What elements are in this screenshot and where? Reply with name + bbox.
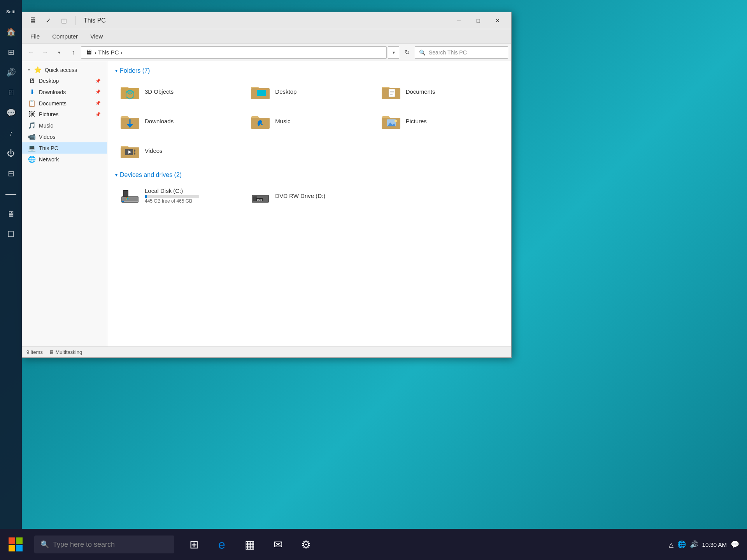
- folders-grid: 3D Objects Desktop: [115, 80, 503, 162]
- taskbar-search[interactable]: 🔍 Type here to search: [34, 536, 174, 553]
- folder-videos-name: Videos: [145, 147, 163, 154]
- taskbar: 🔍 Type here to search ⊞ e ▦ ✉ ⚙ △ 🌐 🔊 10…: [0, 529, 747, 560]
- nav-videos[interactable]: 📹 Videos: [22, 131, 107, 142]
- refresh-button[interactable]: ↻: [401, 46, 413, 59]
- nav-quick-access-header[interactable]: ▾ ⭐ Quick access: [22, 64, 107, 75]
- settings-display-icon[interactable]: 🖥: [2, 83, 20, 102]
- nav-panel: ▾ ⭐ Quick access 🖥 Desktop 📌 ⬇ Downloads…: [22, 61, 107, 346]
- title-icon-2[interactable]: ✓: [41, 14, 55, 27]
- folder-downloads[interactable]: Downloads: [115, 109, 242, 133]
- drive-c[interactable]: Local Disk (C:) 445 GB free of 465 GB: [115, 184, 242, 207]
- title-bar: 🖥 ✓ ◻ This PC ─ □ ✕: [22, 12, 511, 29]
- svg-rect-31: [126, 197, 127, 198]
- nav-desktop[interactable]: 🖥 Desktop 📌: [22, 75, 107, 86]
- taskbar-right: △ 🌐 🔊 10:30 AM 💬: [669, 540, 747, 549]
- quick-access-label: Quick access: [45, 67, 77, 73]
- back-button[interactable]: ←: [25, 46, 37, 59]
- nav-this-pc[interactable]: 💻 This PC: [22, 142, 107, 154]
- maximize-button[interactable]: □: [468, 12, 488, 29]
- folder-downloads-icon: [120, 112, 140, 130]
- svg-point-16: [261, 124, 263, 125]
- nav-documents[interactable]: 📋 Documents 📌: [22, 98, 107, 109]
- settings-power-icon[interactable]: ⏻: [2, 144, 20, 163]
- windows-logo: [9, 537, 23, 551]
- nav-documents-label: Documents: [39, 100, 67, 107]
- folder-3d-objects[interactable]: 3D Objects: [115, 80, 242, 103]
- address-path[interactable]: 🖥 › This PC ›: [81, 46, 387, 59]
- drives-section-title[interactable]: ▾ Devices and drives (2): [115, 172, 503, 178]
- drive-d-icon: DVD: [250, 187, 270, 204]
- window-title: This PC: [84, 17, 106, 24]
- nav-network-label: Network: [39, 156, 59, 163]
- drive-c-name: Local Disk (C:): [145, 187, 238, 194]
- svg-text:DVD: DVD: [257, 199, 262, 201]
- search-box[interactable]: 🔍 Search This PC: [415, 46, 508, 59]
- folder-desktop-name: Desktop: [275, 88, 296, 95]
- address-bar: ← → ▾ ↑ 🖥 › This PC › ▾ ↻ 🔍 Search This …: [22, 44, 511, 61]
- content-area: ▾ ⭐ Quick access 🖥 Desktop 📌 ⬇ Downloads…: [22, 61, 511, 346]
- folder-documents-icon: [381, 83, 401, 100]
- menu-view[interactable]: View: [85, 32, 108, 41]
- title-icon-3[interactable]: ◻: [57, 14, 71, 27]
- address-dropdown-button[interactable]: ▾: [388, 46, 399, 59]
- svg-rect-36: [122, 201, 124, 202]
- folders-arrow-icon: ▾: [115, 68, 117, 74]
- taskbar-system-tray: △: [669, 541, 673, 548]
- menu-file[interactable]: File: [25, 32, 45, 41]
- taskbar-volume-icon[interactable]: 🔊: [690, 540, 698, 549]
- svg-rect-33: [126, 199, 127, 200]
- folder-videos-icon: [120, 142, 140, 159]
- settings-windows-icon[interactable]: ⊞: [2, 43, 20, 61]
- settings-screen-icon[interactable]: 🖥: [2, 205, 20, 223]
- taskbar-mail[interactable]: ✉: [266, 533, 289, 556]
- taskbar-search-placeholder: Type here to search: [53, 541, 115, 549]
- nav-downloads[interactable]: ⬇ Downloads 📌: [22, 86, 107, 98]
- folder-music-name: Music: [275, 118, 290, 124]
- settings-minimize-icon[interactable]: ⊟: [2, 164, 20, 183]
- folder-downloads-name: Downloads: [145, 118, 174, 124]
- up-button[interactable]: ↑: [67, 46, 79, 59]
- taskbar-network-icon[interactable]: 🌐: [677, 540, 686, 549]
- minimize-button[interactable]: ─: [449, 12, 468, 29]
- taskbar-settings[interactable]: ⚙: [294, 533, 317, 556]
- folder-desktop[interactable]: Desktop: [245, 80, 373, 103]
- menu-bar: File Computer View: [22, 29, 511, 44]
- drive-d[interactable]: DVD DVD RW Drive (D:): [245, 184, 373, 207]
- folder-documents[interactable]: Documents: [376, 80, 503, 103]
- nav-pictures[interactable]: 🖼 Pictures 📌: [22, 109, 107, 120]
- folder-videos[interactable]: Videos: [115, 139, 242, 162]
- nav-music-label: Music: [39, 122, 53, 129]
- forward-button[interactable]: →: [39, 46, 51, 59]
- menu-computer[interactable]: Computer: [47, 32, 83, 41]
- svg-rect-29: [124, 191, 128, 196]
- folder-music[interactable]: Music: [245, 109, 373, 133]
- settings-bar1-icon: —: [2, 184, 20, 203]
- taskbar-action-center[interactable]: 💬: [731, 540, 739, 549]
- taskbar-explorer[interactable]: ▦: [238, 533, 261, 556]
- settings-chat-icon[interactable]: 💬: [2, 103, 20, 122]
- folders-section-title[interactable]: ▾ Folders (7): [115, 67, 503, 74]
- settings-rect-icon[interactable]: ☐: [2, 225, 20, 243]
- drive-c-icon: [120, 187, 140, 204]
- nav-pictures-pin: 📌: [95, 112, 101, 117]
- folder-3d-objects-name: 3D Objects: [145, 88, 174, 95]
- nav-music[interactable]: 🎵 Music: [22, 120, 107, 131]
- taskbar-center: ⊞ e ▦ ✉ ⚙: [182, 533, 317, 556]
- svg-rect-5: [257, 90, 266, 96]
- close-button[interactable]: ✕: [488, 12, 507, 29]
- recent-locations-button[interactable]: ▾: [53, 46, 65, 59]
- taskbar-edge[interactable]: e: [210, 533, 233, 556]
- nav-network[interactable]: 🌐 Network: [22, 154, 107, 165]
- explorer-window: 🖥 ✓ ◻ This PC ─ □ ✕ File Computer View ←…: [21, 12, 512, 358]
- nav-pictures-label: Pictures: [39, 111, 59, 117]
- title-icon-1[interactable]: 🖥: [26, 14, 40, 27]
- taskbar-task-view[interactable]: ⊞: [182, 533, 205, 556]
- folder-pictures[interactable]: Pictures: [376, 109, 503, 133]
- folders-title-text: Folders (7): [120, 67, 150, 74]
- settings-home-icon[interactable]: 🏠: [2, 23, 20, 41]
- settings-volume-icon[interactable]: 🔊: [2, 63, 20, 82]
- start-button[interactable]: [0, 529, 31, 560]
- drive-d-name: DVD RW Drive (D:): [275, 192, 368, 199]
- svg-point-20: [395, 120, 397, 122]
- settings-music-icon[interactable]: ♪: [2, 124, 20, 142]
